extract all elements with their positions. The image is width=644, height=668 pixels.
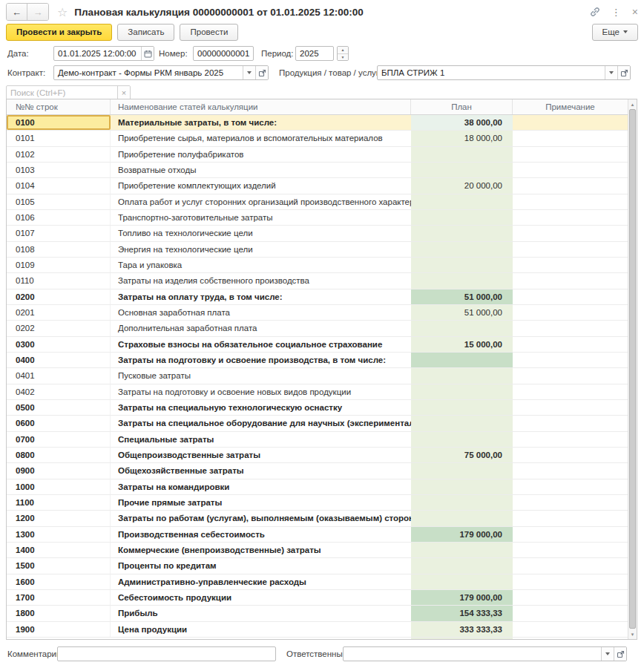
row-plan-cell[interactable] xyxy=(411,273,513,288)
period-field[interactable]: 2025 xyxy=(295,46,334,61)
row-name-cell[interactable]: Цена продукции xyxy=(111,622,411,637)
row-name-cell[interactable]: Себестоимость продукции xyxy=(111,590,411,605)
row-code-cell[interactable]: 0300 xyxy=(7,337,111,352)
row-plan-cell[interactable]: 18 000,00 xyxy=(411,131,513,145)
row-note-cell[interactable] xyxy=(513,590,628,605)
row-code-cell[interactable]: 0401 xyxy=(7,368,111,383)
row-name-cell[interactable]: Производственная себестоимость xyxy=(111,527,411,542)
table-row[interactable]: 0600Затраты на специальное оборудование … xyxy=(7,416,628,431)
contract-dropdown-icon[interactable] xyxy=(243,66,255,79)
table-row[interactable]: 0101Приобретение сырья, материалов и всп… xyxy=(7,131,628,146)
row-code-cell[interactable]: 0201 xyxy=(7,305,111,320)
table-row[interactable]: 0102Приобретение полуфабрикатов xyxy=(7,147,628,163)
row-code-cell[interactable]: 0402 xyxy=(7,384,111,399)
row-note-cell[interactable] xyxy=(513,115,628,130)
row-name-cell[interactable]: Затраты на специальную технологическую о… xyxy=(111,400,411,415)
row-plan-cell[interactable] xyxy=(411,163,513,177)
row-code-cell[interactable]: 1100 xyxy=(7,495,111,510)
kebab-menu-icon[interactable]: ⋮ xyxy=(611,7,621,18)
row-note-cell[interactable] xyxy=(513,543,628,557)
table-row[interactable]: 0103Возвратные отходы xyxy=(7,163,628,178)
row-name-cell[interactable]: Транспортно-заготовительные затраты xyxy=(111,210,411,225)
table-row[interactable]: 0700Специальные затраты xyxy=(7,432,628,448)
row-note-cell[interactable] xyxy=(513,337,628,352)
save-button[interactable]: Записать xyxy=(117,24,174,41)
row-note-cell[interactable] xyxy=(513,558,628,573)
row-plan-cell[interactable]: 75 000,00 xyxy=(411,448,513,462)
row-code-cell[interactable]: 0202 xyxy=(7,321,111,335)
row-note-cell[interactable] xyxy=(513,242,628,257)
column-header-name[interactable]: Наименование статей калькуляции xyxy=(111,99,411,114)
row-note-cell[interactable] xyxy=(513,495,628,510)
row-plan-cell[interactable] xyxy=(411,353,513,367)
row-note-cell[interactable] xyxy=(513,273,628,288)
row-name-cell[interactable]: Проценты по кредитам xyxy=(111,558,411,573)
row-code-cell[interactable]: 1300 xyxy=(7,527,111,542)
scroll-down-icon[interactable]: ▼ xyxy=(628,629,637,639)
row-name-cell[interactable]: Затраты на изделия собственного производ… xyxy=(111,273,411,288)
row-code-cell[interactable]: 1200 xyxy=(7,511,111,525)
table-row[interactable]: 0401Пусковые затраты xyxy=(7,368,628,384)
row-name-cell[interactable]: Затраты по работам (услугам), выполняемы… xyxy=(111,511,411,525)
row-name-cell[interactable]: Прочие прямые затраты xyxy=(111,495,411,510)
row-code-cell[interactable]: 0106 xyxy=(7,210,111,225)
row-note-cell[interactable] xyxy=(513,163,628,177)
row-note-cell[interactable] xyxy=(513,289,628,304)
row-code-cell[interactable]: 0900 xyxy=(7,463,111,478)
row-plan-cell[interactable] xyxy=(411,511,513,525)
table-row[interactable]: 0800Общепроизводственные затраты75 000,0… xyxy=(7,448,628,463)
row-note-cell[interactable] xyxy=(513,258,628,272)
table-row[interactable]: 0109Тара и упаковка xyxy=(7,258,628,273)
row-note-cell[interactable] xyxy=(513,432,628,447)
table-row[interactable]: 0100Материальные затраты, в том числе:38… xyxy=(7,115,628,131)
row-code-cell[interactable]: 0500 xyxy=(7,400,111,415)
search-input[interactable]: Поиск (Ctrl+F) × xyxy=(6,85,131,100)
table-row[interactable]: 0108Энергия на технологические цели xyxy=(7,242,628,258)
product-dropdown-icon[interactable] xyxy=(605,66,617,79)
row-code-cell[interactable]: 0107 xyxy=(7,226,111,240)
row-note-cell[interactable] xyxy=(513,131,628,145)
table-row[interactable]: 0107Топливо на технологические цели xyxy=(7,226,628,241)
date-field[interactable]: 01.01.2025 12:00:00 xyxy=(53,46,154,61)
row-name-cell[interactable]: Оплата работ и услуг сторонних организац… xyxy=(111,194,411,209)
row-note-cell[interactable] xyxy=(513,574,628,589)
row-name-cell[interactable]: Затраты на командировки xyxy=(111,479,411,494)
table-row[interactable]: 0201Основная заработная плата51 000,00 xyxy=(7,305,628,321)
row-note-cell[interactable] xyxy=(513,321,628,335)
row-note-cell[interactable] xyxy=(513,147,628,162)
period-spinner[interactable]: ▲ ▼ xyxy=(337,46,349,61)
row-code-cell[interactable]: 1700 xyxy=(7,590,111,605)
row-note-cell[interactable] xyxy=(513,226,628,240)
row-plan-cell[interactable]: 179 000,00 xyxy=(411,527,513,542)
contract-open-form-icon[interactable] xyxy=(255,66,268,79)
row-plan-cell[interactable] xyxy=(411,416,513,430)
row-name-cell[interactable]: Затраты на подготовку и освоение новых в… xyxy=(111,384,411,399)
table-row[interactable]: 1000Затраты на командировки xyxy=(7,479,628,495)
row-plan-cell[interactable]: 333 333,33 xyxy=(411,622,513,637)
row-note-cell[interactable] xyxy=(513,416,628,430)
row-plan-cell[interactable]: 51 000,00 xyxy=(411,305,513,320)
row-code-cell[interactable]: 1400 xyxy=(7,543,111,557)
row-name-cell[interactable]: Тара и упаковка xyxy=(111,258,411,272)
row-name-cell[interactable]: Коммерческие (внепроизводственные) затра… xyxy=(111,543,411,557)
row-note-cell[interactable] xyxy=(513,511,628,525)
row-code-cell[interactable]: 1000 xyxy=(7,479,111,494)
row-plan-cell[interactable] xyxy=(411,543,513,557)
row-code-cell[interactable]: 1900 xyxy=(7,622,111,637)
row-code-cell[interactable]: 0800 xyxy=(7,448,111,462)
row-note-cell[interactable] xyxy=(513,527,628,542)
table-row[interactable]: 1300Производственная себестоимость179 00… xyxy=(7,527,628,543)
responsible-combobox[interactable] xyxy=(343,646,627,661)
row-name-cell[interactable]: Затраты на специальное оборудование для … xyxy=(111,416,411,430)
row-code-cell[interactable]: 0104 xyxy=(7,178,111,193)
row-code-cell[interactable]: 1500 xyxy=(7,558,111,573)
row-plan-cell[interactable] xyxy=(411,147,513,162)
row-code-cell[interactable]: 0109 xyxy=(7,258,111,272)
row-plan-cell[interactable]: 20 000,00 xyxy=(411,178,513,193)
row-name-cell[interactable]: Дополнительная заработная плата xyxy=(111,321,411,335)
table-row[interactable]: 0110Затраты на изделия собственного прои… xyxy=(7,273,628,289)
row-name-cell[interactable]: Приобретение комплектующих изделий xyxy=(111,178,411,193)
row-plan-cell[interactable]: 154 333,33 xyxy=(411,606,513,620)
row-plan-cell[interactable] xyxy=(411,258,513,272)
table-row[interactable]: 0900Общехозяйственные затраты xyxy=(7,463,628,479)
